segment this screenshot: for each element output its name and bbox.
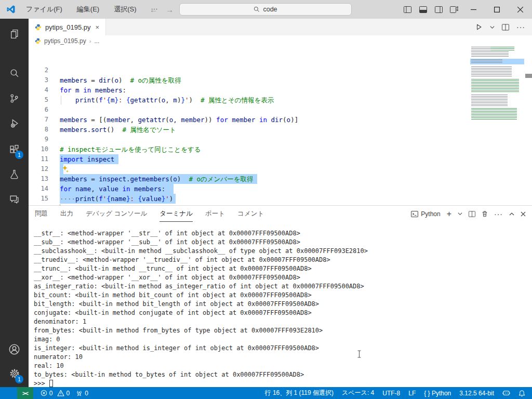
scrollbar-selection-mark[interactable]: [525, 74, 532, 78]
extensions-icon[interactable]: 1: [0, 137, 29, 161]
indentation-status[interactable]: スペース: 4: [339, 387, 377, 399]
explorer-icon[interactable]: [0, 22, 29, 46]
close-panel-icon[interactable]: [521, 211, 526, 217]
panel-more-actions-icon[interactable]: ···: [494, 210, 503, 218]
terminal-line: numerator: 10: [34, 353, 83, 362]
line-number[interactable]: 12: [29, 164, 48, 174]
comments-icon[interactable]: [0, 187, 29, 211]
account-icon[interactable]: [0, 337, 29, 361]
ports-status[interactable]: 0: [73, 387, 91, 399]
remote-indicator[interactable]: ><: [17, 387, 33, 399]
line-number[interactable]: 4: [29, 85, 48, 95]
panel-tab-ports[interactable]: ポート: [205, 206, 225, 222]
panel-tab-output[interactable]: 出力: [60, 206, 73, 222]
terminal-line: __truediv__: <method-wrapper '__truediv_…: [34, 256, 330, 264]
close-button[interactable]: [509, 0, 532, 19]
testing-icon[interactable]: [0, 162, 29, 186]
code-line: 2: [29, 65, 532, 75]
split-terminal-icon[interactable]: [469, 211, 475, 217]
extensions-badge: 1: [15, 151, 23, 159]
nav-back-icon[interactable]: ←: [150, 5, 157, 14]
terminal-line: __sub__: <method-wrapper '__sub__' of in…: [34, 238, 300, 247]
code-text: members = dir(o) # oの属性を取得: [60, 75, 181, 85]
terminal-dropdown-icon[interactable]: [458, 211, 462, 216]
panel-tab-terminal[interactable]: ターミナル: [159, 206, 193, 222]
minimap[interactable]: [470, 47, 524, 123]
editor-tab-bar: pytips_0195.py × ···: [29, 19, 532, 35]
code-line: 4for m in members:: [29, 85, 532, 95]
line-number[interactable]: 11: [29, 154, 48, 164]
line-number[interactable]: 6: [29, 105, 48, 115]
run-button[interactable]: [473, 22, 485, 32]
terminal-shell-label[interactable]: Python: [411, 210, 440, 218]
run-debug-icon[interactable]: [0, 111, 29, 135]
encoding-status[interactable]: UTF-8: [380, 387, 403, 399]
radio-tower-icon: [76, 390, 83, 396]
new-terminal-icon[interactable]: +: [447, 209, 451, 219]
line-number[interactable]: 5: [29, 95, 48, 105]
kill-terminal-icon[interactable]: [482, 210, 488, 217]
panel-tab-comments[interactable]: コメント: [237, 206, 264, 222]
toggle-sidebar-icon[interactable]: [400, 0, 415, 19]
terminal-line: is_integer: <built-in method is_integer …: [34, 344, 319, 353]
notifications-bell-icon[interactable]: [516, 387, 528, 399]
maximize-button[interactable]: [485, 0, 509, 19]
code-line: 7members = [(member, getattr(o, member))…: [29, 115, 532, 125]
language-mode-status[interactable]: { } Python: [421, 387, 454, 399]
menu-file[interactable]: ファイル(F): [21, 3, 68, 16]
tab-pytips-0195[interactable]: pytips_0195.py ×: [29, 19, 106, 35]
editor-more-actions-icon[interactable]: ···: [514, 21, 528, 33]
line-number[interactable]: 2: [29, 65, 48, 75]
line-number[interactable]: 15: [29, 194, 48, 204]
nav-forward-icon[interactable]: →: [166, 5, 174, 14]
command-center-search[interactable]: code: [179, 3, 352, 16]
code-line: 13members = inspect.getmembers(o) # oのメン…: [29, 174, 532, 184]
python-file-icon: [35, 38, 41, 44]
cursor-position-status[interactable]: 行 16、列 1 (119 個選択): [262, 387, 336, 399]
line-number[interactable]: 10: [29, 144, 48, 154]
copilot-sparkle-icon[interactable]: [62, 165, 69, 173]
code-text: print(f'{m}: {getattr(o, m)}') # 属性とその情報…: [60, 95, 274, 105]
source-control-icon[interactable]: [0, 86, 29, 110]
problems-status[interactable]: 0 0: [37, 387, 73, 399]
line-number[interactable]: 3: [29, 75, 48, 85]
customize-layout-icon[interactable]: [446, 0, 462, 19]
line-number[interactable]: 13: [29, 174, 48, 184]
terminal-line: imag: 0: [34, 335, 60, 344]
code-line: 6: [29, 105, 532, 115]
python-interpreter-status[interactable]: 3.12.5 64-bit: [457, 387, 497, 399]
run-dropdown-icon[interactable]: [487, 23, 497, 31]
line-number[interactable]: 8: [29, 125, 48, 135]
settings-gear-icon[interactable]: 1: [0, 362, 29, 385]
breadcrumb-symbol[interactable]: ...: [94, 37, 99, 45]
search-view-icon[interactable]: [0, 61, 29, 85]
menu-selection[interactable]: 選択(S): [109, 3, 141, 16]
terminal-line: denominator: 1: [34, 317, 86, 326]
code-text: members.sort() # 属性名でソート: [60, 125, 176, 135]
line-number[interactable]: 7: [29, 115, 48, 125]
terminal-output[interactable]: __str__: <method-wrapper '__str__' of in…: [29, 222, 532, 388]
tab-label: pytips_0195.py: [45, 23, 90, 31]
split-editor-icon[interactable]: [499, 22, 512, 32]
eol-status[interactable]: LF: [406, 387, 418, 399]
code-line: 11import inspect: [29, 154, 532, 164]
maximize-panel-icon[interactable]: [509, 211, 514, 216]
toggle-panel-icon[interactable]: [415, 0, 431, 19]
terminal-line: from_bytes: <built-in method from_bytes …: [34, 326, 323, 335]
code-editor[interactable]: 23members = dir(o) # oの属性を取得4for m in me…: [29, 47, 532, 224]
panel-tab-debug-console[interactable]: デバッグ コンソール: [86, 206, 147, 222]
python-file-icon: [35, 24, 42, 31]
line-number[interactable]: 14: [29, 184, 48, 194]
minimize-button[interactable]: [462, 0, 485, 19]
toggle-secondary-sidebar-icon[interactable]: [431, 0, 446, 19]
title-bar: ファイル(F) 編集(E) 選択(S) ··· ← → code: [0, 0, 532, 19]
line-number[interactable]: 9: [29, 135, 48, 144]
tab-close-icon[interactable]: ×: [94, 23, 100, 31]
copilot-icon[interactable]: [500, 387, 513, 399]
terminal-cursor: [49, 380, 53, 387]
bottom-panel: 問題 出力 デバッグ コンソール ターミナル ポート コメント Python +…: [29, 205, 532, 387]
panel-tab-problems[interactable]: 問題: [35, 206, 48, 222]
breadcrumb-file[interactable]: pytips_0195.py: [44, 37, 86, 45]
code-line: 8members.sort() # 属性名でソート: [29, 125, 532, 135]
menu-edit[interactable]: 編集(E): [72, 3, 104, 16]
